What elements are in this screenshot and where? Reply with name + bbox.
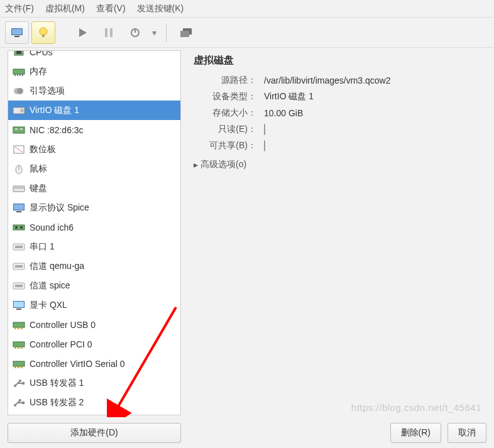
device-item-channel[interactable]: 信道 spice [8, 276, 180, 295]
device-item-keyboard[interactable]: 键盘 [8, 178, 180, 198]
svg-rect-4 [42, 35, 45, 37]
svg-rect-1 [12, 29, 22, 35]
svg-point-22 [20, 109, 24, 112]
advanced-options-label: 高级选项(o) [200, 159, 246, 170]
svg-rect-15 [14, 74, 16, 76]
device-item-label: USB 转发器 2 [30, 397, 84, 408]
svg-rect-39 [13, 225, 25, 230]
details-heading: 虚拟磁盘 [194, 54, 484, 67]
device-item-boot[interactable]: 引导选项 [8, 81, 180, 101]
menu-view[interactable]: 查看(V) [96, 3, 126, 14]
channel-icon [12, 261, 26, 272]
fullscreen-icon [180, 28, 192, 37]
usb-icon [12, 378, 26, 389]
cpu-icon [12, 50, 26, 58]
device-list[interactable]: CPUs内存引导选项VirtIO 磁盘 1NIC :82:d6:3c数位板鼠标键… [8, 50, 181, 415]
device-item-mouse[interactable]: 鼠标 [8, 159, 180, 178]
svg-rect-58 [21, 347, 23, 349]
device-item-disk[interactable]: VirtIO 磁盘 1 [8, 101, 180, 120]
svg-rect-67 [22, 382, 25, 385]
device-item-controller[interactable]: Controller USB 0 [8, 315, 180, 334]
svg-point-65 [19, 380, 21, 382]
device-item-label: 数位板 [30, 144, 56, 155]
pause-icon [105, 28, 113, 37]
svg-rect-13 [16, 50, 21, 54]
menu-file[interactable]: 文件(F) [5, 3, 34, 14]
ram-icon [12, 66, 26, 77]
device-item-label: 信道 spice [30, 280, 70, 292]
device-item-label: 键盘 [30, 183, 47, 194]
disk-icon [12, 105, 26, 116]
prop-readonly-label: 只读(E)： [194, 124, 256, 135]
pause-button[interactable] [97, 21, 121, 44]
cancel-button[interactable]: 取消 [447, 423, 486, 443]
delete-button[interactable]: 删除(R) [390, 423, 441, 443]
play-icon [78, 28, 87, 37]
boot-icon [12, 85, 26, 97]
serial-icon [12, 241, 26, 253]
svg-rect-53 [18, 327, 19, 329]
svg-point-40 [15, 226, 18, 229]
svg-rect-56 [14, 347, 16, 349]
device-item-label: 内存 [30, 66, 47, 77]
toolbar-separator [166, 23, 167, 42]
menubar: 文件(F) 虚拟机(M) 查看(V) 发送按键(K) [0, 0, 494, 18]
shutdown-button[interactable] [123, 21, 147, 44]
svg-rect-7 [110, 28, 113, 37]
device-item-label: 引导选项 [30, 85, 65, 97]
add-hardware-button[interactable]: 添加硬件(D) [8, 423, 181, 443]
power-icon [130, 28, 140, 38]
svg-rect-47 [15, 285, 23, 287]
device-item-nic[interactable]: NIC :82:d6:3c [8, 120, 180, 139]
device-item-rng[interactable]: 随机数生成器 /dev/urandom [8, 412, 180, 415]
readonly-checkbox[interactable] [264, 124, 265, 135]
svg-rect-34 [20, 187, 21, 188]
device-item-display[interactable]: 显示协议 Spice [8, 198, 180, 217]
fullscreen-button[interactable] [174, 21, 198, 44]
device-item-usb[interactable]: USB 转发器 2 [8, 393, 180, 412]
controller-icon [12, 358, 26, 369]
device-item-ram[interactable]: 内存 [8, 62, 180, 81]
sound-icon [12, 222, 26, 233]
device-item-cpu[interactable]: CPUs [8, 50, 180, 62]
tablet-icon [12, 144, 26, 155]
prop-devtype: 设备类型： VirtIO 磁盘 1 [194, 91, 484, 102]
display-icon [12, 202, 26, 214]
prop-source-value: /var/lib/libvirt/images/vm3.qcow2 [256, 75, 391, 85]
device-item-sound[interactable]: Sound ich6 [8, 217, 180, 237]
device-item-label: CPUs [30, 50, 53, 57]
prop-shareable-label: 可共享(B)： [194, 140, 256, 151]
shareable-checkbox[interactable] [264, 140, 265, 151]
svg-rect-61 [18, 366, 19, 368]
prop-devtype-label: 设备类型： [194, 91, 256, 102]
device-item-serial[interactable]: 串口 1 [8, 237, 180, 256]
svg-rect-6 [105, 28, 107, 37]
keyboard-icon [12, 183, 26, 194]
device-item-usb[interactable]: USB 转发器 1 [8, 373, 180, 393]
prop-source-label: 源路径： [194, 75, 256, 86]
prop-size-value: 10.00 GiB [256, 108, 303, 118]
svg-rect-2 [14, 36, 19, 37]
chevron-down-icon: ▾ [152, 28, 156, 38]
mouse-icon [12, 163, 26, 175]
device-item-tablet[interactable]: 数位板 [8, 139, 180, 159]
svg-rect-25 [20, 128, 23, 130]
svg-rect-18 [22, 74, 23, 76]
menu-sendkey[interactable]: 发送按键(K) [137, 3, 184, 14]
console-button[interactable] [5, 21, 29, 44]
svg-rect-54 [21, 327, 23, 329]
device-item-channel[interactable]: 信道 qemu-ga [8, 256, 180, 276]
svg-rect-50 [16, 309, 21, 310]
details-button[interactable] [31, 21, 55, 44]
advanced-options-expander[interactable]: ▸ 高级选项(o) [194, 159, 484, 170]
svg-rect-9 [134, 28, 136, 33]
monitor-icon [11, 28, 23, 37]
device-item-video[interactable]: 显卡 QXL [8, 295, 180, 315]
device-item-controller[interactable]: Controller VirtIO Serial 0 [8, 354, 180, 373]
device-item-controller[interactable]: Controller PCI 0 [8, 334, 180, 354]
run-button[interactable] [70, 21, 94, 44]
shutdown-menu-dropdown[interactable]: ▾ [150, 21, 158, 44]
svg-rect-72 [22, 402, 25, 404]
video-icon [12, 300, 26, 311]
menu-vm[interactable]: 虚拟机(M) [45, 3, 85, 14]
